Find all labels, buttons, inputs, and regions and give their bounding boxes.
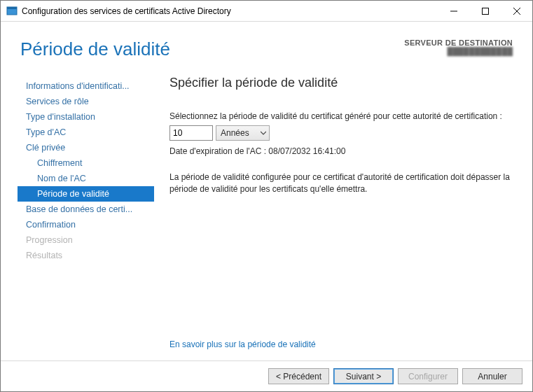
- main-panel: Spécifier la période de validité Sélecti…: [154, 69, 515, 360]
- sidebar-item[interactable]: Confirmation: [18, 217, 154, 232]
- sidebar-item[interactable]: Base de données de certi...: [18, 202, 154, 217]
- wizard-header: Période de validité SERVEUR DE DESTINATI…: [1, 22, 532, 63]
- sidebar-item[interactable]: Période de validité: [18, 186, 154, 202]
- period-unit-select[interactable]: Années: [216, 125, 270, 141]
- sidebar-item: Progression: [18, 232, 154, 248]
- svg-rect-1: [7, 7, 17, 9]
- close-button[interactable]: [501, 1, 532, 21]
- svg-rect-3: [482, 8, 488, 14]
- learn-more-link[interactable]: En savoir plus sur la période de validit…: [169, 340, 513, 360]
- sidebar-item[interactable]: Services de rôle: [18, 94, 154, 109]
- sidebar-item[interactable]: Nom de l'AC: [18, 171, 154, 186]
- app-icon: [6, 6, 18, 17]
- destination-label: SERVEUR DE DESTINATION: [404, 38, 513, 47]
- period-input[interactable]: [169, 125, 213, 141]
- next-button[interactable]: Suivant >: [333, 368, 394, 384]
- expiry-text: Date d'expiration de l'AC : 08/07/2032 1…: [169, 146, 513, 156]
- wizard-footer: < Précédent Suivant > Configurer Annuler: [1, 360, 532, 391]
- sidebar-item[interactable]: Type d'installation: [18, 109, 154, 125]
- configure-button[interactable]: Configurer: [398, 368, 458, 384]
- sidebar: Informations d'identificati...Services d…: [18, 69, 154, 360]
- previous-button[interactable]: < Précédent: [268, 368, 329, 384]
- section-title: Spécifier la période de validité: [169, 76, 513, 90]
- sidebar-item[interactable]: Informations d'identificati...: [18, 78, 154, 94]
- window-title: Configuration des services de certificat…: [22, 6, 438, 16]
- period-unit-label: Années: [221, 128, 249, 138]
- destination-block: SERVEUR DE DESTINATION ████████████: [404, 38, 513, 55]
- minimize-button[interactable]: [438, 1, 469, 21]
- cancel-button[interactable]: Annuler: [462, 368, 522, 384]
- period-label: Sélectionnez la période de validité du c…: [169, 111, 513, 121]
- validity-note: La période de validité configurée pour c…: [169, 172, 513, 196]
- titlebar: Configuration des services de certificat…: [1, 1, 532, 22]
- sidebar-item[interactable]: Clé privée: [18, 140, 154, 155]
- sidebar-item[interactable]: Chiffrement: [18, 155, 154, 171]
- maximize-button[interactable]: [469, 1, 501, 21]
- page-title: Période de validité: [20, 38, 404, 60]
- wizard-body: Informations d'identificati...Services d…: [1, 63, 532, 360]
- chevron-down-icon: [261, 130, 266, 136]
- period-row: Années: [169, 125, 513, 141]
- sidebar-item: Résultats: [18, 248, 154, 263]
- destination-value: ████████████: [404, 47, 513, 55]
- sidebar-item[interactable]: Type d'AC: [18, 125, 154, 140]
